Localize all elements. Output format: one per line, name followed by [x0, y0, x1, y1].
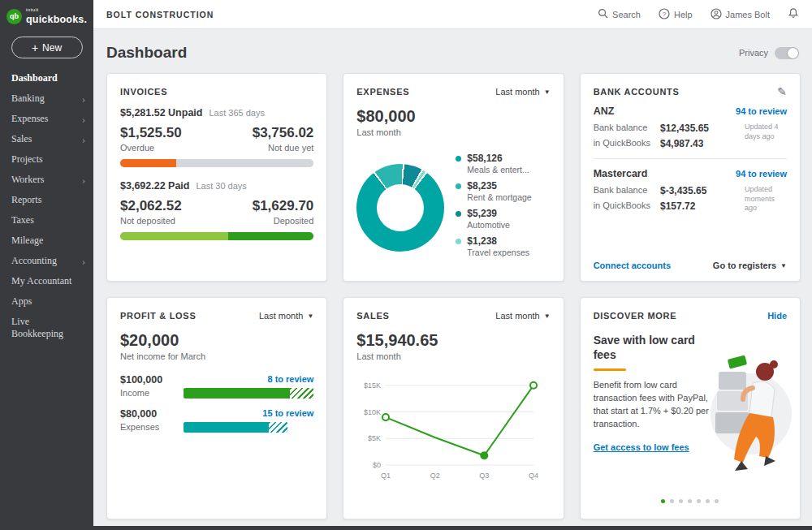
- expenses-card: EXPENSES Last month ▼ $80,000 Last month…: [343, 73, 564, 282]
- help-button[interactable]: ? Help: [659, 8, 693, 21]
- expenses-period-dropdown[interactable]: Last month ▼: [495, 87, 550, 97]
- legend-item[interactable]: $5,239Automotive: [456, 208, 550, 230]
- edit-icon[interactable]: ✎: [777, 85, 787, 98]
- sidebar-item-my-accountant[interactable]: My Accountant: [0, 271, 93, 291]
- not-due-amount: $3,756.02: [253, 125, 314, 141]
- legend-item[interactable]: $1,238Travel expenses: [456, 235, 550, 257]
- svg-text:$10K: $10K: [364, 408, 381, 416]
- not-deposited-amount: $2,062.52: [120, 198, 182, 214]
- user-menu[interactable]: James Bolt: [710, 8, 770, 21]
- connect-accounts-link[interactable]: Connect accounts: [594, 261, 671, 270]
- svg-text:Q4: Q4: [529, 472, 538, 480]
- legend-amount: $58,126: [467, 153, 529, 164]
- chevron-right-icon: ›: [82, 94, 85, 104]
- deposited-block[interactable]: $1,629.70 Deposited: [253, 198, 314, 226]
- legend-amount: $8,235: [467, 180, 531, 192]
- sidebar-item-live-bookkeeping[interactable]: Live Bookkeeping: [0, 312, 93, 344]
- carousel-dot[interactable]: [688, 499, 692, 503]
- expenses-amount: $80,000: [120, 408, 184, 420]
- page-title: Dashboard: [106, 44, 187, 62]
- legend-item[interactable]: $58,126Meals & entert...: [456, 153, 550, 175]
- paid-period: Last 30 days: [196, 181, 246, 191]
- sidebar-item-reports[interactable]: Reports: [0, 190, 93, 210]
- sidebar-item-label: Mileage: [11, 235, 43, 247]
- go-to-registers-dropdown[interactable]: Go to registers ▼: [713, 261, 787, 270]
- sidebar-item-label: Sales: [11, 133, 32, 145]
- unpaid-progress-bar: [120, 159, 313, 167]
- legend-amount: $1,238: [467, 235, 529, 247]
- carousel-dots[interactable]: [594, 485, 787, 508]
- privacy-toggle[interactable]: [775, 47, 799, 59]
- sidebar-item-accounting[interactable]: Accounting›: [0, 251, 93, 271]
- account-divider: [594, 158, 787, 159]
- bank-account-anz: ANZ 94 to review Bank balance $12,435.65…: [594, 106, 787, 149]
- income-label: Income: [120, 388, 184, 398]
- new-button[interactable]: + New: [11, 37, 83, 58]
- carousel-dot[interactable]: [706, 499, 710, 503]
- sidebar-item-projects[interactable]: Projects: [0, 149, 93, 170]
- overdue-block[interactable]: $1,525.50 Overdue: [120, 125, 182, 153]
- deposited-label: Deposited: [253, 216, 314, 226]
- new-button-label: New: [42, 42, 62, 54]
- main-content: Dashboard Privacy INVOICES $5,281.52 Unp…: [93, 29, 812, 530]
- quickbooks-logo[interactable]: qb intuit quickbooks.: [0, 0, 93, 30]
- expenses-total: $80,000: [356, 107, 550, 126]
- sidebar-item-sales[interactable]: Sales›: [0, 129, 93, 149]
- svg-text:Q2: Q2: [430, 472, 440, 480]
- chevron-right-icon: ›: [82, 175, 85, 185]
- search-button[interactable]: Search: [598, 8, 641, 20]
- topbar-actions: Search ? Help James Bolt: [598, 7, 799, 21]
- legend-item[interactable]: $8,235Rent & mortgage: [456, 180, 550, 202]
- paid-total: $3,692.22 Paid: [120, 180, 189, 192]
- deposited-amount: $1,629.70: [253, 198, 314, 214]
- carousel-dot[interactable]: [679, 499, 683, 503]
- sidebar-item-label: Banking: [11, 93, 45, 105]
- sales-card: SALES Last month ▼ $15,940.65 Last month…: [343, 297, 564, 519]
- not-deposited-block[interactable]: $2,062.52 Not deposited: [120, 198, 182, 226]
- sales-subtitle: Last month: [356, 351, 550, 361]
- sidebar-item-expenses[interactable]: Expenses›: [0, 109, 93, 129]
- topbar: BOLT CONSTRUCTION Search ? Help James Bo…: [93, 0, 812, 29]
- review-link[interactable]: 94 to review: [736, 169, 787, 179]
- svg-text:$5K: $5K: [368, 434, 381, 442]
- expenses-card-title: EXPENSES: [356, 87, 409, 97]
- legend-dot: [456, 239, 461, 244]
- sidebar-nav: Dashboard Banking› Expenses› Sales› Proj…: [0, 68, 93, 344]
- sidebar-item-label: Dashboard: [11, 72, 58, 84]
- updated-timestamp: Updated moments ago: [740, 185, 787, 213]
- qb-balance-label: in QuickBooks: [594, 138, 650, 149]
- not-due-block[interactable]: $3,756.02 Not due yet: [253, 125, 314, 153]
- carousel-dot[interactable]: [715, 499, 719, 503]
- sidebar-item-apps[interactable]: Apps: [0, 291, 93, 312]
- privacy-label: Privacy: [739, 48, 768, 58]
- sidebar-item-dashboard[interactable]: Dashboard: [0, 68, 93, 88]
- sales-period-dropdown[interactable]: Last month ▼: [495, 311, 550, 321]
- carousel-dot[interactable]: [661, 499, 665, 503]
- hide-link[interactable]: Hide: [767, 311, 787, 321]
- privacy-control: Privacy: [739, 47, 799, 59]
- quickbooks-logo-icon: qb: [6, 9, 22, 24]
- sidebar: qb intuit quickbooks. + New Dashboard Ba…: [0, 0, 93, 530]
- sidebar-item-label: Live Bookkeeping: [11, 316, 70, 340]
- promo-cta-link[interactable]: Get access to low fees: [594, 442, 689, 452]
- account-name: Mastercard: [594, 168, 648, 179]
- profit-loss-period-label: Last month: [259, 311, 303, 321]
- sidebar-item-taxes[interactable]: Taxes: [0, 210, 93, 231]
- income-review-link[interactable]: 8 to review: [184, 374, 313, 384]
- bank-account-mastercard: Mastercard 94 to review Bank balance $-3…: [594, 168, 787, 213]
- legend-label: Travel expenses: [467, 248, 529, 257]
- notifications-button[interactable]: [788, 7, 799, 21]
- profit-loss-card: PROFIT & LOSS Last month ▼ $20,000 Net i…: [106, 297, 327, 519]
- account-name: ANZ: [594, 106, 615, 117]
- sidebar-item-banking[interactable]: Banking›: [0, 88, 93, 109]
- sales-period-label: Last month: [495, 311, 539, 321]
- expenses-review-link[interactable]: 15 to review: [184, 408, 313, 418]
- bank-balance-label: Bank balance: [594, 123, 650, 134]
- review-link[interactable]: 94 to review: [736, 106, 787, 116]
- carousel-dot[interactable]: [670, 499, 674, 503]
- carousel-dot[interactable]: [697, 499, 701, 503]
- sidebar-item-mileage[interactable]: Mileage: [0, 231, 93, 251]
- sidebar-item-workers[interactable]: Workers›: [0, 170, 93, 190]
- profit-loss-period-dropdown[interactable]: Last month ▼: [259, 311, 313, 321]
- help-label: Help: [674, 10, 693, 19]
